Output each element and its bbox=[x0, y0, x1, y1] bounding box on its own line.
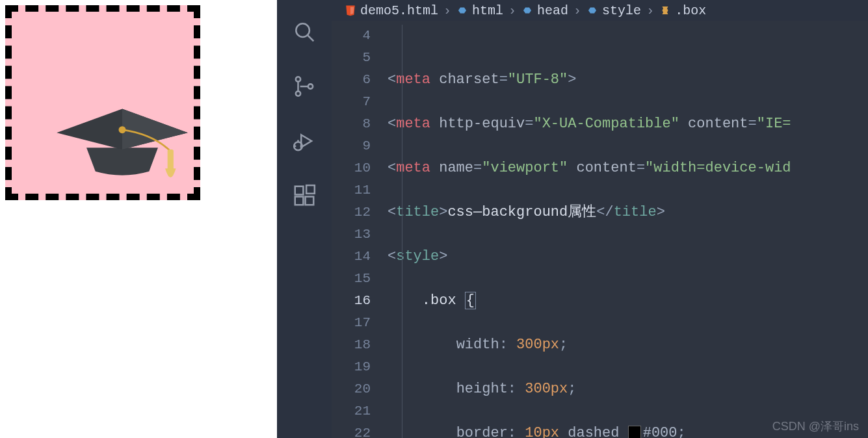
rendered-box bbox=[5, 5, 200, 200]
breadcrumb-node-head[interactable]: head bbox=[521, 3, 568, 18]
css-rule-icon bbox=[659, 5, 671, 16]
svg-rect-13 bbox=[295, 197, 304, 205]
indent-guide bbox=[402, 25, 402, 438]
svg-line-3 bbox=[308, 36, 314, 42]
watermark: CSDN @泽哥ins bbox=[772, 419, 859, 434]
editor-body[interactable]: 45678910111213141516171819202122 <meta c… bbox=[332, 21, 868, 438]
line-number: 13 bbox=[332, 224, 388, 246]
line-number: 4 bbox=[332, 25, 388, 47]
line-number: 14 bbox=[332, 246, 388, 268]
html-file-icon bbox=[345, 5, 356, 16]
line-number: 11 bbox=[332, 179, 388, 201]
graduation-cap-icon bbox=[51, 90, 194, 194]
line-number: 17 bbox=[332, 312, 388, 334]
code-area[interactable]: <meta charset="UTF-8"> <meta http-equiv=… bbox=[388, 21, 868, 438]
line-number: 12 bbox=[332, 201, 388, 224]
breadcrumb-node-box[interactable]: .box bbox=[659, 3, 706, 18]
svg-rect-14 bbox=[306, 197, 314, 205]
line-number-gutter: 45678910111213141516171819202122 bbox=[332, 21, 388, 438]
color-swatch-black[interactable] bbox=[628, 426, 641, 438]
line-number: 7 bbox=[332, 91, 388, 113]
breadcrumb-file[interactable]: demo5.html bbox=[345, 3, 438, 18]
line-number: 6 bbox=[332, 69, 388, 91]
symbol-icon bbox=[521, 5, 533, 16]
line-number: 19 bbox=[332, 356, 388, 378]
svg-point-5 bbox=[296, 91, 300, 96]
svg-point-2 bbox=[296, 23, 309, 37]
line-number: 20 bbox=[332, 378, 388, 400]
breadcrumb-separator: › bbox=[508, 3, 516, 18]
line-number: 18 bbox=[332, 334, 388, 356]
breadcrumb-node-style[interactable]: style bbox=[586, 3, 641, 18]
breadcrumb-file-label: demo5.html bbox=[360, 3, 438, 18]
line-number: 8 bbox=[332, 113, 388, 135]
svg-rect-15 bbox=[306, 185, 315, 194]
extensions-icon[interactable] bbox=[292, 183, 317, 208]
search-icon[interactable] bbox=[292, 19, 317, 44]
line-number: 10 bbox=[332, 157, 388, 179]
svg-point-6 bbox=[308, 84, 313, 88]
svg-rect-1 bbox=[168, 149, 174, 171]
browser-preview-pane bbox=[0, 0, 277, 438]
source-control-icon[interactable] bbox=[292, 74, 317, 99]
breadcrumb[interactable]: demo5.html › html › head › style › .box bbox=[332, 0, 868, 21]
line-number: 22 bbox=[332, 422, 388, 438]
breadcrumb-separator: › bbox=[443, 3, 451, 18]
line-number: 21 bbox=[332, 400, 388, 422]
breadcrumb-separator: › bbox=[573, 3, 581, 18]
code-editor: demo5.html › html › head › style › .box bbox=[277, 0, 868, 438]
svg-rect-12 bbox=[295, 187, 304, 195]
editor-main: demo5.html › html › head › style › .box bbox=[332, 0, 868, 438]
symbol-icon bbox=[586, 5, 598, 16]
activity-bar bbox=[277, 0, 332, 438]
breadcrumb-separator: › bbox=[646, 3, 654, 18]
symbol-icon bbox=[456, 5, 468, 16]
debug-icon[interactable] bbox=[292, 129, 317, 153]
line-number: 15 bbox=[332, 268, 388, 290]
line-number: 5 bbox=[332, 47, 388, 69]
line-number: 9 bbox=[332, 135, 388, 157]
line-number: 16 bbox=[332, 290, 388, 312]
svg-point-4 bbox=[296, 77, 300, 81]
breadcrumb-node-html[interactable]: html bbox=[456, 3, 503, 18]
